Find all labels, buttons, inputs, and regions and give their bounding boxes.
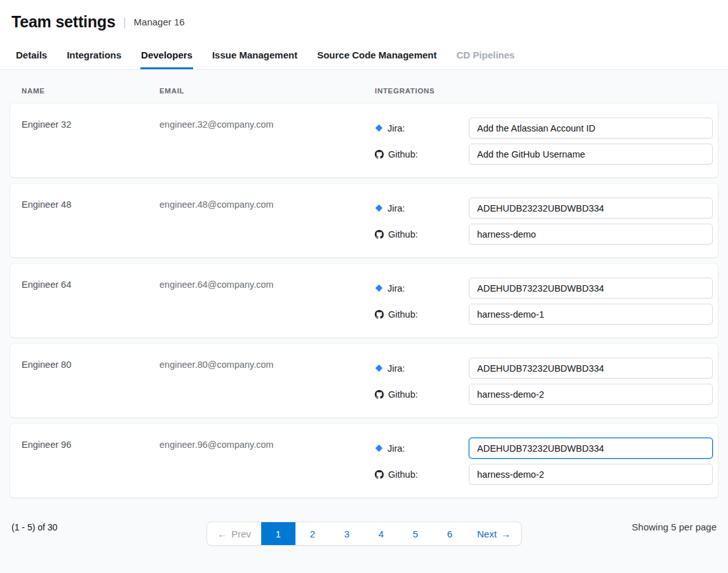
jira-integration-row: Jira: xyxy=(375,438,718,459)
jira-label-text: Jira: xyxy=(388,443,405,454)
developer-name: Engineer 64 xyxy=(10,278,159,290)
team-name: Manager 16 xyxy=(134,17,185,27)
github-integration-row: Github: xyxy=(375,224,718,245)
github-integration-row: Github: xyxy=(375,464,718,485)
jira-label-text: Jira: xyxy=(388,283,405,293)
jira-icon xyxy=(375,124,383,132)
developer-email: engineer.32@company.com xyxy=(159,118,365,130)
github-icon xyxy=(375,310,384,319)
jira-icon xyxy=(375,284,383,292)
tab-cd-pipelines: CD Pipelines xyxy=(456,41,516,69)
integrations-cell: Jira: Github: xyxy=(365,438,718,485)
tab-details[interactable]: Details xyxy=(15,41,48,69)
prev-button[interactable]: ← Prev xyxy=(207,522,261,545)
github-label: Github: xyxy=(375,229,469,239)
prev-label: Prev xyxy=(231,529,251,539)
jira-account-input[interactable] xyxy=(469,358,713,379)
jira-integration-row: Jira: xyxy=(375,278,718,299)
github-icon xyxy=(375,150,384,159)
github-username-input[interactable] xyxy=(469,384,713,405)
jira-account-input[interactable] xyxy=(469,118,713,138)
page-button-1[interactable]: 1 xyxy=(261,522,295,545)
next-label: Next xyxy=(477,529,497,539)
jira-label-text: Jira: xyxy=(388,363,405,374)
github-username-input[interactable] xyxy=(469,464,713,485)
github-label-text: Github: xyxy=(388,149,418,159)
jira-account-input[interactable] xyxy=(469,198,713,219)
table-row: Engineer 48 engineer.48@company.com Jira… xyxy=(10,184,718,257)
github-username-input[interactable] xyxy=(469,144,713,165)
jira-label: Jira: xyxy=(375,203,469,213)
github-icon xyxy=(375,390,384,399)
developer-name: Engineer 32 xyxy=(10,118,159,130)
tab-developers[interactable]: Developers xyxy=(140,41,193,69)
next-button[interactable]: Next → xyxy=(467,522,521,545)
pagination-range: (1 - 5) of 30 xyxy=(11,522,57,532)
column-header-name: NAME xyxy=(10,87,159,95)
column-header-email: EMAIL xyxy=(159,87,365,95)
jira-integration-row: Jira: xyxy=(375,118,718,138)
developer-email: engineer.80@company.com xyxy=(159,358,365,370)
jira-account-input[interactable] xyxy=(469,438,713,459)
table-row: Engineer 64 engineer.64@company.com Jira… xyxy=(10,264,718,337)
jira-label-text: Jira: xyxy=(388,203,405,213)
github-label: Github: xyxy=(375,389,469,400)
table-row: Engineer 32 engineer.32@company.com Jira… xyxy=(10,104,718,177)
pagination-controls: ← Prev 1 2 3 4 5 6 Next → xyxy=(206,522,522,546)
per-page-text: Showing 5 per page xyxy=(632,522,717,532)
column-header-integrations: INTEGRATIONS xyxy=(365,87,718,95)
developer-name: Engineer 96 xyxy=(10,438,159,450)
jira-icon xyxy=(375,364,383,372)
github-label: Github: xyxy=(375,469,469,480)
integrations-cell: Jira: Github: xyxy=(365,278,718,325)
github-username-input[interactable] xyxy=(469,304,713,325)
developers-table: NAME EMAIL INTEGRATIONS Engineer 32 engi… xyxy=(0,70,728,497)
page-title: Team settings xyxy=(11,13,116,31)
integrations-cell: Jira: Github: xyxy=(365,358,718,405)
jira-integration-row: Jira: xyxy=(375,198,718,219)
github-icon xyxy=(375,230,384,239)
table-row: Engineer 80 engineer.80@company.com Jira… xyxy=(10,344,718,417)
integrations-cell: Jira: Github: xyxy=(365,198,718,245)
github-label-text: Github: xyxy=(388,469,418,480)
github-integration-row: Github: xyxy=(375,384,718,405)
tab-source-code-management[interactable]: Source Code Management xyxy=(316,41,437,69)
page-button-2[interactable]: 2 xyxy=(295,522,330,545)
page-button-5[interactable]: 5 xyxy=(398,522,433,545)
github-label: Github: xyxy=(375,309,469,320)
integrations-cell: Jira: Github: xyxy=(365,118,718,165)
page-button-4[interactable]: 4 xyxy=(364,522,398,545)
jira-integration-row: Jira: xyxy=(375,358,718,379)
page-header: Team settings | Manager 16 xyxy=(0,0,728,41)
github-label: Github: xyxy=(375,149,469,159)
developer-name: Engineer 48 xyxy=(10,198,159,210)
table-header-row: NAME EMAIL INTEGRATIONS xyxy=(10,70,718,104)
github-label-text: Github: xyxy=(388,229,418,239)
right-arrow-icon: → xyxy=(501,529,511,539)
developer-name: Engineer 80 xyxy=(10,358,159,370)
github-integration-row: Github: xyxy=(375,144,718,165)
jira-icon xyxy=(375,204,383,212)
github-label-text: Github: xyxy=(388,389,418,400)
title-divider: | xyxy=(123,15,126,29)
github-icon xyxy=(375,470,384,479)
page-button-3[interactable]: 3 xyxy=(330,522,364,545)
github-username-input[interactable] xyxy=(469,224,713,245)
jira-icon xyxy=(375,444,383,452)
jira-label: Jira: xyxy=(375,283,469,293)
page-button-6[interactable]: 6 xyxy=(433,522,467,545)
jira-label: Jira: xyxy=(375,363,469,374)
developer-email: engineer.64@company.com xyxy=(159,278,365,290)
jira-label: Jira: xyxy=(375,123,469,133)
jira-label-text: Jira: xyxy=(388,123,405,133)
tab-issue-management[interactable]: Issue Management xyxy=(212,41,298,69)
tab-bar: Details Integrations Developers Issue Ma… xyxy=(0,41,728,70)
github-label-text: Github: xyxy=(388,309,418,320)
table-row: Engineer 96 engineer.96@company.com Jira… xyxy=(10,424,718,497)
team-settings-page: Team settings | Manager 16 Details Integ… xyxy=(0,0,728,532)
developer-email: engineer.96@company.com xyxy=(159,438,365,450)
left-arrow-icon: ← xyxy=(217,529,227,539)
pagination-bar: (1 - 5) of 30 ← Prev 1 2 3 4 5 6 Next → … xyxy=(0,504,728,532)
jira-account-input[interactable] xyxy=(469,278,713,299)
tab-integrations[interactable]: Integrations xyxy=(66,41,122,69)
